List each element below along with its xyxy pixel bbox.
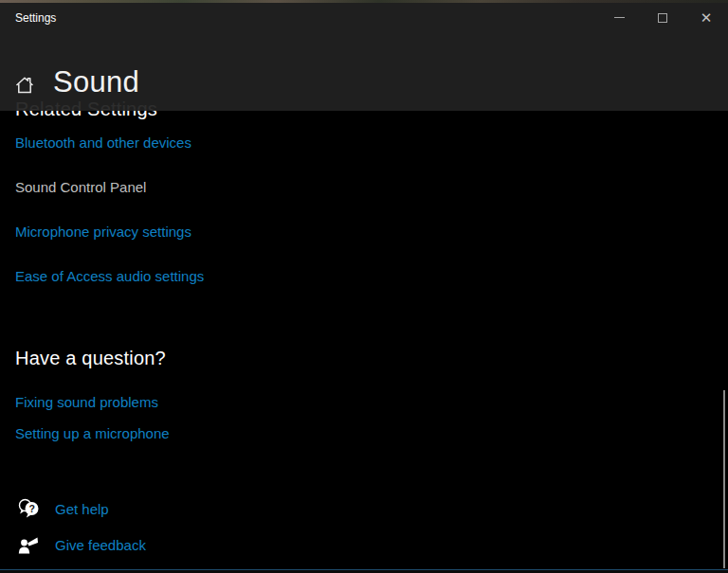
window-title: Settings: [15, 11, 56, 25]
link-ease-of-access-audio-settings[interactable]: Ease of Access audio settings: [15, 268, 204, 284]
maximize-button[interactable]: [641, 3, 684, 32]
get-help-link[interactable]: ? Get help: [17, 497, 109, 520]
minimize-icon: [614, 17, 625, 18]
help-chat-icon: ?: [17, 497, 40, 520]
settings-window: Related Settings Bluetooth and other dev…: [0, 0, 728, 573]
feedback-person-icon: [17, 533, 40, 556]
get-help-label: Get help: [55, 501, 109, 517]
page-title: Sound: [53, 65, 139, 99]
desktop-background-strip: [0, 0, 728, 3]
minimize-button[interactable]: [597, 3, 641, 32]
have-a-question-heading: Have a question?: [15, 348, 166, 369]
link-bluetooth-and-other-devices[interactable]: Bluetooth and other devices: [15, 134, 191, 151]
link-sound-control-panel[interactable]: Sound Control Panel: [15, 179, 146, 195]
window-controls: ✕: [597, 3, 728, 32]
vertical-scrollbar-thumb[interactable]: [723, 390, 725, 568]
give-feedback-label: Give feedback: [55, 537, 146, 553]
settings-header: Settings ✕ Sound: [0, 3, 728, 111]
home-button[interactable]: [13, 74, 36, 97]
maximize-icon: [658, 13, 667, 23]
svg-text:?: ?: [28, 503, 34, 514]
link-microphone-privacy-settings[interactable]: Microphone privacy settings: [15, 224, 191, 240]
close-icon: ✕: [701, 10, 713, 25]
home-icon: [13, 74, 36, 97]
close-button[interactable]: ✕: [684, 3, 728, 32]
link-fixing-sound-problems[interactable]: Fixing sound problems: [15, 394, 158, 410]
give-feedback-link[interactable]: Give feedback: [17, 533, 146, 556]
page-header: Sound: [13, 65, 139, 99]
link-setting-up-a-microphone[interactable]: Setting up a microphone: [15, 425, 170, 441]
